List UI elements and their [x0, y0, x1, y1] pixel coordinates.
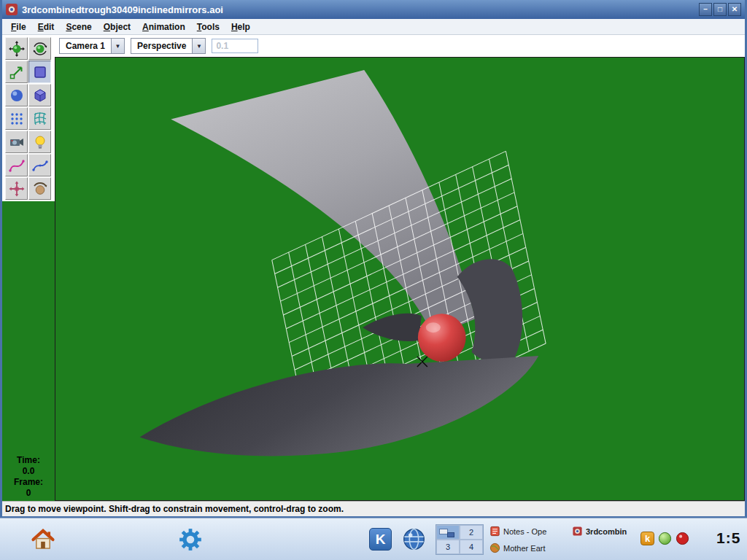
create-cylinder-tool[interactable] — [28, 84, 51, 106]
pager-desktop-2[interactable]: 2 — [460, 525, 483, 540]
camera-select-value: Camera 1 — [60, 39, 111, 53]
create-light-tool[interactable] — [28, 131, 51, 153]
statusbar: Drag to move viewpoint. Shift-drag to co… — [2, 501, 745, 516]
window-thumbnail — [447, 532, 454, 537]
pager-desktop-4[interactable]: 4 — [460, 540, 483, 554]
rotate-object-icon — [31, 40, 49, 58]
move-object-tool[interactable] — [5, 37, 28, 60]
create-light-icon — [31, 133, 49, 151]
create-spline-mesh-tool[interactable] — [5, 107, 28, 130]
app-window: 3rdcombinedtrough30409inclinedmirrors.ao… — [0, 0, 747, 518]
create-curve-icon — [8, 157, 26, 174]
main-content: Time: 0.0 Frame: 0 Camera 1 ▼ Per — [2, 35, 745, 501]
rotate-viewpoint-tool[interactable] — [28, 177, 51, 200]
task-list: Notes - Ope 3rdcombin Mother Eart — [487, 523, 652, 557]
menu-animation[interactable]: Animation — [136, 20, 191, 34]
viewport-header: Camera 1 ▼ Perspective ▼ — [55, 35, 745, 57]
rotate-viewpoint-icon — [31, 180, 49, 198]
create-polygon-tool[interactable] — [28, 154, 51, 176]
minimize-button[interactable]: – — [699, 3, 712, 16]
taskbar: K 2 3 4 Notes - Ope — [0, 518, 747, 560]
resize-object-tool[interactable] — [5, 61, 28, 83]
rotate-object-tool[interactable] — [28, 37, 51, 60]
clock[interactable]: 1:5 — [716, 529, 747, 547]
aoi-task-icon — [572, 526, 583, 537]
notes-icon — [489, 526, 500, 537]
k-menu-button[interactable]: K — [369, 528, 392, 551]
create-camera-tool[interactable] — [5, 131, 28, 153]
tool-palette — [2, 35, 55, 201]
planet-icon — [489, 542, 500, 553]
create-cylinder-icon — [31, 87, 49, 104]
chevron-down-icon: ▼ — [115, 43, 121, 50]
system-tray: k — [640, 532, 689, 545]
menu-tools[interactable]: Tools — [191, 20, 225, 34]
window-title: 3rdcombinedtrough30409inclinedmirrors.ao… — [22, 4, 694, 15]
create-sphere-tool[interactable] — [5, 84, 28, 106]
globe-icon[interactable] — [402, 527, 426, 551]
pager-desktop-1[interactable] — [436, 525, 460, 540]
move-object-icon — [8, 40, 26, 58]
view-mode-select-button[interactable]: ▼ — [192, 39, 205, 53]
time-label: Time: — [17, 455, 40, 466]
red-status-icon[interactable] — [676, 532, 689, 545]
create-cube-tool[interactable] — [28, 61, 51, 83]
create-polymesh-tool[interactable] — [28, 107, 51, 130]
time-value: 0.0 — [23, 466, 35, 477]
task-notes[interactable]: Notes - Ope — [487, 524, 570, 540]
create-cube-icon — [31, 63, 49, 81]
sphere-highlight — [426, 322, 441, 332]
pager-desktop-3[interactable]: 3 — [436, 540, 460, 554]
home-icon[interactable] — [31, 527, 55, 552]
create-camera-icon — [8, 133, 26, 151]
scene-canvas — [55, 58, 744, 500]
gear-icon[interactable] — [178, 527, 203, 552]
green-status-icon[interactable] — [658, 532, 672, 545]
view-scale-input[interactable] — [212, 39, 258, 53]
menu-object[interactable]: Object — [98, 20, 136, 34]
menu-scene[interactable]: Scene — [60, 20, 97, 34]
left-column: Time: 0.0 Frame: 0 — [2, 35, 55, 501]
red-sphere-object[interactable] — [418, 314, 466, 362]
desktop-pager: 2 3 4 — [436, 524, 484, 555]
view-mode-select[interactable]: Perspective ▼ — [131, 38, 206, 54]
titlebar[interactable]: 3rdcombinedtrough30409inclinedmirrors.ao… — [2, 0, 745, 19]
create-sphere-icon — [8, 87, 26, 104]
menubar: File Edit Scene Object Animation Tools H… — [2, 19, 745, 35]
task-label: Mother Eart — [503, 544, 545, 553]
camera-select-button[interactable]: ▼ — [111, 39, 124, 53]
menu-edit[interactable]: Edit — [32, 20, 61, 34]
move-viewpoint-icon — [8, 180, 26, 198]
chevron-down-icon: ▼ — [196, 43, 202, 50]
create-polygon-icon — [31, 157, 49, 174]
close-button[interactable]: ✕ — [728, 3, 741, 16]
menu-file[interactable]: File — [5, 20, 32, 34]
viewport-3d[interactable] — [55, 57, 745, 501]
frame-value: 0 — [26, 488, 31, 499]
move-viewpoint-tool[interactable] — [5, 177, 28, 200]
view-mode-value: Perspective — [131, 39, 192, 53]
frame-label: Frame: — [14, 477, 43, 488]
task-label: 3rdcombin — [586, 527, 627, 536]
create-curve-tool[interactable] — [5, 154, 28, 176]
k-app-icon[interactable]: k — [640, 532, 654, 545]
menu-help[interactable]: Help — [225, 20, 256, 34]
screen: 3rdcombinedtrough30409inclinedmirrors.ao… — [0, 0, 747, 560]
maximize-button[interactable]: □ — [713, 3, 727, 16]
resize-object-icon — [8, 63, 26, 81]
create-spline-mesh-icon — [8, 110, 26, 128]
camera-select[interactable]: Camera 1 ▼ — [59, 38, 125, 54]
task-mother-earth[interactable]: Mother Eart — [487, 540, 570, 556]
create-polymesh-icon — [31, 110, 49, 128]
timeline-panel: Time: 0.0 Frame: 0 — [2, 201, 55, 501]
task-label: Notes - Ope — [503, 527, 546, 536]
window-icon[interactable] — [6, 4, 18, 15]
status-message: Drag to move viewpoint. Shift-drag to co… — [5, 504, 344, 514]
viewport-column: Camera 1 ▼ Perspective ▼ — [55, 35, 745, 501]
